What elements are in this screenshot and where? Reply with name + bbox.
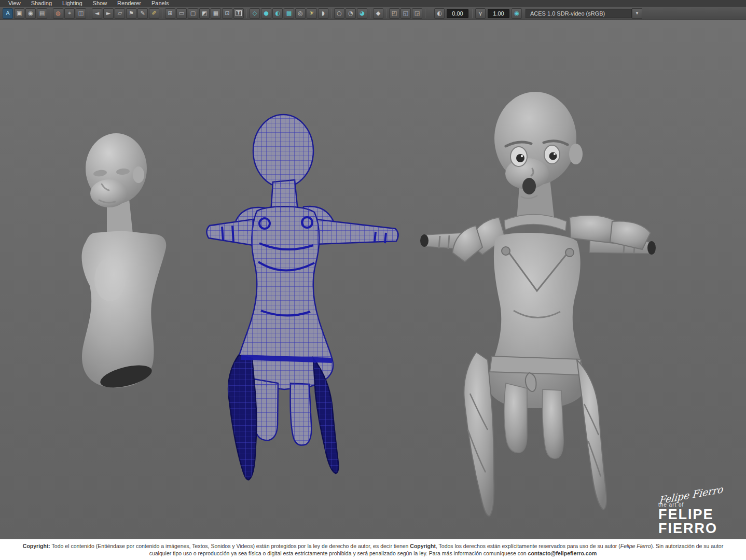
toolbar-separator — [89, 9, 89, 18]
previous-view-icon[interactable]: ◄ — [92, 8, 102, 19]
gamma-toggle[interactable]: γ — [475, 8, 486, 19]
view-transform-value: ACES 1.0 SDR-video (sRGB) — [526, 9, 632, 18]
copyright-bar: Copyright: Todo el contenido (Entiéndase… — [0, 539, 746, 560]
panel-toolbar: A▣◉▤◍⌖◫◄►▱⚑✎✐⊞▭▢◩▦⊡T◇●◐▩◎☀◗○◔◕◆◰◱◲ ◐ 0.0… — [0, 7, 746, 20]
watermark-name-line1: FELIPE — [658, 508, 723, 522]
textured-icon[interactable]: ▩ — [284, 8, 294, 19]
panel-layout-quad-icon[interactable]: ◲ — [412, 8, 422, 19]
toolbar-separator — [50, 9, 50, 18]
next-view-icon[interactable]: ► — [103, 8, 114, 19]
view-transform-dropdown[interactable]: ACES 1.0 SDR-video (sRGB) ▼ — [526, 8, 642, 19]
film-gate-icon[interactable]: ▭ — [176, 8, 187, 19]
color-management-group: ◐ 0.00 γ 1.00 ◉ ACES 1.0 SDR-video (sRGB… — [434, 8, 642, 19]
menu-item-lighting[interactable]: Lighting — [57, 0, 88, 7]
viewport[interactable]: Felipe Fierro the art of FELIPE FIERRO — [0, 20, 746, 539]
image-plane-icon[interactable]: ◍ — [53, 8, 63, 19]
field-chart-icon[interactable]: ▦ — [211, 8, 221, 19]
wireframe-model[interactable] — [206, 115, 398, 480]
toolbar-separator — [425, 9, 425, 18]
watermark-name-line2: FIERRO — [658, 522, 723, 536]
toolbar-separator — [386, 9, 386, 18]
wireframe-on-shaded-icon[interactable]: ◐ — [272, 8, 283, 19]
gamma-icon: γ — [479, 10, 482, 16]
smooth-shade-icon[interactable]: ● — [261, 8, 271, 19]
toolbar-separator — [246, 9, 247, 18]
object-selection-icon[interactable]: ◆ — [373, 8, 383, 19]
tear-off-copy-icon[interactable]: ▱ — [115, 8, 125, 19]
menu-bar: ViewShadingLightingShowRendererPanels — [0, 0, 746, 7]
toolbar-separator — [331, 9, 331, 18]
xray-joints-icon[interactable]: ◕ — [357, 8, 367, 19]
shadows-icon[interactable]: ◗ — [318, 8, 328, 19]
lighting-icon[interactable]: ☀ — [307, 8, 317, 19]
viewport-settings-icon[interactable]: ▤ — [37, 8, 47, 19]
toolbar-separator — [472, 9, 473, 18]
exposure-toggle[interactable]: ◐ — [434, 8, 445, 19]
grease-pencil-frame-icon[interactable]: ✐ — [149, 8, 159, 19]
two-d-pan-zoom-icon[interactable]: ⌖ — [64, 8, 75, 19]
grease-pencil-icon[interactable]: ✎ — [137, 8, 148, 19]
maya-window: ViewShadingLightingShowRendererPanels A▣… — [0, 0, 746, 560]
copyright-text: Copyright: Todo el contenido (Entiéndase… — [12, 542, 734, 557]
menu-item-view[interactable]: View — [3, 0, 26, 7]
safe-title-icon[interactable]: T — [233, 8, 244, 19]
isolate-select-icon[interactable]: ○ — [334, 8, 344, 19]
xray-icon[interactable]: ◔ — [346, 8, 356, 19]
grid-icon[interactable]: ⊞ — [165, 8, 175, 19]
safe-action-icon[interactable]: ⊡ — [222, 8, 232, 19]
base-sculpt-model[interactable] — [81, 133, 166, 392]
resolution-gate-icon[interactable]: ▢ — [188, 8, 198, 19]
panel-layout-split-icon[interactable]: ◱ — [400, 8, 411, 19]
ocio-icon: ◉ — [514, 10, 519, 16]
gate-mask-icon[interactable]: ◩ — [199, 8, 210, 19]
artist-watermark: Felipe Fierro the art of FELIPE FIERRO — [658, 489, 723, 536]
toolbar-separator — [370, 9, 370, 18]
chevron-down-icon[interactable]: ▼ — [632, 8, 642, 19]
wireframe-icon[interactable]: ◇ — [250, 8, 260, 19]
menu-item-panels[interactable]: Panels — [146, 0, 174, 7]
channel-box-icon[interactable]: ◫ — [76, 8, 86, 19]
viewport-canvas — [0, 20, 746, 539]
bookmark-icon[interactable]: ⚑ — [126, 8, 136, 19]
use-default-material-icon[interactable]: ◎ — [295, 8, 306, 19]
panel-layout-single-icon[interactable]: ◰ — [389, 8, 399, 19]
color-management-icon[interactable]: ◉ — [512, 8, 522, 19]
exposure-input[interactable]: 0.00 — [447, 9, 468, 18]
gamma-input[interactable]: 1.00 — [488, 9, 509, 18]
toolbar-separator — [162, 9, 162, 18]
toolbar-icons: A▣◉▤◍⌖◫◄►▱⚑✎✐⊞▭▢◩▦⊡T◇●◐▩◎☀◗○◔◕◆◰◱◲ — [2, 8, 427, 19]
select-camera-icon[interactable]: A — [3, 8, 13, 19]
exposure-icon: ◐ — [437, 10, 442, 16]
lock-camera-icon[interactable]: ▣ — [14, 8, 24, 19]
menu-item-renderer[interactable]: Renderer — [112, 0, 146, 7]
menu-item-show[interactable]: Show — [88, 0, 113, 7]
final-model[interactable] — [420, 92, 656, 516]
menu-item-shading[interactable]: Shading — [26, 0, 57, 7]
camera-attributes-icon[interactable]: ◉ — [25, 8, 36, 19]
